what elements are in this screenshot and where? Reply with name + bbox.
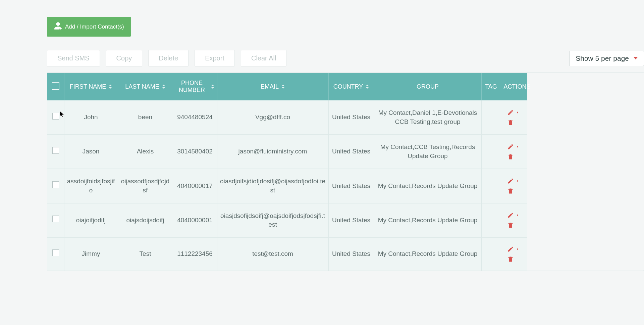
cell-email: oiasjdsofijdsoifj@oajsdoifjodsjfodsjfi.t… (217, 203, 328, 237)
cell-phone: 3014580402 (173, 135, 217, 169)
edit-button[interactable] (507, 109, 520, 116)
cell-email: test@test.com (217, 237, 328, 271)
cell-tag (481, 169, 501, 203)
page-size-label: Show 5 per page (576, 54, 629, 62)
cell-email: jason@fluidministry.com (217, 135, 328, 169)
table-row: JimmyTest1112223456test@test.comUnited S… (47, 237, 527, 271)
row-checkbox[interactable] (52, 216, 59, 222)
header-first-name-label: FIRST NAME (70, 83, 106, 90)
edit-button[interactable] (507, 143, 520, 150)
cell-country: United States (328, 169, 374, 203)
delete-row-button[interactable] (507, 188, 514, 194)
cell-first-name: Jimmy (64, 237, 118, 271)
header-select-all (47, 73, 64, 100)
cell-first-name: Jason (64, 135, 118, 169)
delete-row-button[interactable] (507, 256, 514, 263)
delete-row-button[interactable] (507, 153, 514, 160)
contacts-table: FIRST NAME LAST NAME PHONE NUMBER EMAIL … (47, 73, 527, 271)
header-tag-label: TAG (485, 83, 497, 90)
cell-actions (501, 203, 527, 237)
header-email-label: EMAIL (261, 83, 279, 90)
header-phone-label: PHONE NUMBER (176, 80, 208, 94)
cell-group: My Contact,Records Update Group (374, 237, 481, 271)
cell-tag (481, 100, 501, 135)
sort-icon (162, 85, 165, 89)
clear-all-button[interactable]: Clear All (241, 50, 286, 66)
header-first-name[interactable]: FIRST NAME (64, 73, 118, 100)
cell-phone: 4040000001 (173, 203, 217, 237)
copy-button[interactable]: Copy (106, 50, 143, 66)
edit-button[interactable] (507, 212, 520, 219)
delete-row-button[interactable] (507, 119, 514, 126)
table-row: oiajoifjodifjoiajsdoijsdoifj4040000001oi… (47, 203, 527, 237)
add-import-contacts-button[interactable]: Add / Import Contact(s) (47, 17, 131, 37)
export-button[interactable]: Export (195, 50, 235, 66)
cell-tag (481, 237, 501, 271)
header-group: GROUP (374, 73, 481, 100)
header-country[interactable]: COUNTRY (328, 73, 374, 100)
caret-down-icon (634, 57, 638, 59)
table-header-row: FIRST NAME LAST NAME PHONE NUMBER EMAIL … (47, 73, 527, 100)
delete-button[interactable]: Delete (148, 50, 189, 66)
send-sms-button[interactable]: Send SMS (47, 50, 100, 66)
sort-icon (211, 85, 214, 89)
table-row: assdoijfoidsjfosjifooijassodfjosdjfojdsf… (47, 169, 527, 203)
cell-actions (501, 135, 527, 169)
header-country-label: COUNTRY (333, 83, 363, 90)
cell-first-name: oiajoifjodifj (64, 203, 118, 237)
cell-last-name: Alexis (118, 135, 173, 169)
cell-country: United States (328, 237, 374, 271)
cell-country: United States (328, 135, 374, 169)
page-size-select[interactable]: Show 5 per page (569, 51, 644, 66)
header-group-label: GROUP (417, 83, 439, 90)
cell-last-name: Test (118, 237, 173, 271)
cell-actions (501, 237, 527, 271)
cell-tag (481, 135, 501, 169)
cell-email: oiasdjoifsjdiofjdosifj@oijasdofjodfoi.te… (217, 169, 328, 203)
sort-icon (366, 85, 369, 89)
cell-first-name: John (64, 100, 118, 135)
cell-email: Vgg@dfff.co (217, 100, 328, 135)
cell-group: My Contact,Records Update Group (374, 169, 481, 203)
cell-last-name: oiajsdoijsdoifj (118, 203, 173, 237)
cell-group: My Contact,Daniel 1,E-Devotionals CCB Te… (374, 100, 481, 135)
cell-tag (481, 203, 501, 237)
cell-country: United States (328, 100, 374, 135)
cell-phone: 9404480524 (173, 100, 217, 135)
edit-button[interactable] (507, 246, 520, 252)
contacts-table-container: FIRST NAME LAST NAME PHONE NUMBER EMAIL … (47, 73, 644, 271)
row-checkbox[interactable] (52, 113, 59, 120)
table-row: Johnbeen9404480524Vgg@dfff.coUnited Stat… (47, 100, 527, 135)
cell-actions (501, 169, 527, 203)
row-checkbox[interactable] (52, 147, 59, 154)
add-import-contacts-label: Add / Import Contact(s) (65, 24, 124, 30)
header-phone-number[interactable]: PHONE NUMBER (173, 73, 217, 100)
cell-last-name: oijassodfjosdjfojdsf (118, 169, 173, 203)
person-plus-icon (54, 21, 62, 32)
edit-button[interactable] (507, 178, 520, 184)
header-actions: ACTIONS (501, 73, 527, 100)
header-last-name[interactable]: LAST NAME (118, 73, 173, 100)
sort-icon (109, 85, 112, 89)
table-row: JasonAlexis3014580402jason@fluidministry… (47, 135, 527, 169)
row-checkbox[interactable] (52, 181, 59, 188)
header-email[interactable]: EMAIL (217, 73, 328, 100)
row-checkbox[interactable] (52, 249, 59, 256)
cell-actions (501, 100, 527, 135)
header-last-name-label: LAST NAME (125, 83, 159, 90)
cell-last-name: been (118, 100, 173, 135)
cell-group: My Contact,CCB Testing,Records Update Gr… (374, 135, 481, 169)
cell-phone: 4040000017 (173, 169, 217, 203)
delete-row-button[interactable] (507, 222, 514, 229)
select-all-checkbox[interactable] (52, 82, 59, 90)
cell-country: United States (328, 203, 374, 237)
cell-phone: 1112223456 (173, 237, 217, 271)
sort-icon (281, 85, 285, 89)
header-tag: TAG (481, 73, 501, 100)
cell-first-name: assdoijfoidsjfosjifo (64, 169, 118, 203)
header-actions-label: ACTIONS (504, 83, 531, 90)
cell-group: My Contact,Records Update Group (374, 203, 481, 237)
